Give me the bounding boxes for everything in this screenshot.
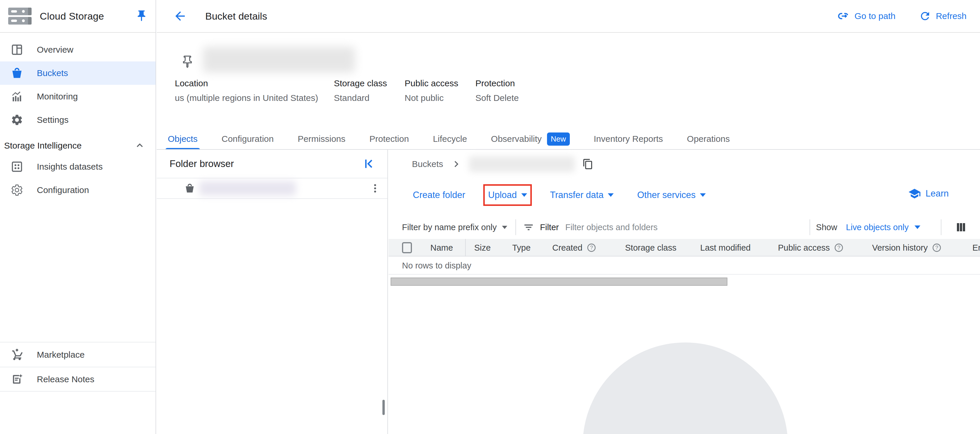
back-arrow-icon[interactable] bbox=[173, 9, 187, 23]
go-to-path-icon bbox=[838, 10, 850, 22]
bucket-name-redacted bbox=[469, 156, 575, 172]
upload-button[interactable]: Upload bbox=[488, 190, 527, 200]
column-encryption-truncated[interactable]: Er bbox=[972, 239, 980, 257]
copy-icon[interactable] bbox=[582, 158, 593, 170]
sidebar-item-insights-datasets[interactable]: Insights datasets bbox=[0, 155, 156, 179]
show-objects-dropdown[interactable]: Live objects only bbox=[846, 223, 920, 232]
bucket-details-content: Location us (multiple regions in United … bbox=[157, 34, 980, 434]
filter-bar: Filter by name prefix only Filter Show bbox=[388, 216, 967, 239]
dropdown-caret-icon bbox=[521, 193, 527, 197]
column-label: Created bbox=[552, 239, 582, 257]
tab-configuration[interactable]: Configuration bbox=[222, 128, 274, 150]
insights-datasets-icon bbox=[11, 160, 23, 173]
sidebar-nav: Overview Buckets Monitoring bbox=[0, 33, 156, 202]
filter-objects-input[interactable] bbox=[565, 223, 717, 232]
page-title: Bucket details bbox=[205, 11, 267, 22]
column-label: Public access bbox=[778, 239, 830, 257]
tab-label: Inventory Reports bbox=[594, 134, 663, 144]
sidebar-item-overview[interactable]: Overview bbox=[0, 38, 156, 61]
bucket-icon bbox=[184, 183, 195, 194]
help-icon[interactable]: ? bbox=[834, 243, 844, 253]
refresh-button[interactable]: Refresh bbox=[919, 10, 967, 22]
bucket-pin-icon[interactable] bbox=[181, 55, 194, 69]
sidebar-item-release-notes[interactable]: Release Notes bbox=[0, 367, 156, 392]
sidebar-item-label: Configuration bbox=[37, 185, 89, 195]
column-last-modified[interactable]: Last modified bbox=[700, 239, 751, 257]
help-icon[interactable]: ? bbox=[932, 243, 942, 253]
tab-permissions[interactable]: Permissions bbox=[298, 128, 345, 150]
graduation-cap-icon bbox=[908, 187, 921, 200]
column-size[interactable]: Size bbox=[474, 239, 491, 257]
meta-public-access: Public access Not public bbox=[405, 78, 458, 103]
dropdown-caret-icon bbox=[915, 225, 920, 229]
sidebar-item-settings[interactable]: Settings bbox=[0, 108, 156, 132]
sidebar-item-configuration[interactable]: Configuration bbox=[0, 179, 156, 202]
other-services-button[interactable]: Other services bbox=[637, 190, 706, 200]
sidebar: Cloud Storage Overview bbox=[0, 0, 156, 434]
create-folder-button[interactable]: Create folder bbox=[413, 190, 465, 200]
empty-table-message: No rows to display bbox=[388, 257, 980, 274]
sidebar-section-storage-intelligence[interactable]: Storage Intelligence bbox=[0, 136, 156, 155]
learn-button[interactable]: Learn bbox=[908, 187, 949, 200]
chevron-right-icon bbox=[452, 160, 461, 169]
svg-text:?: ? bbox=[590, 244, 593, 251]
svg-text:?: ? bbox=[935, 244, 938, 251]
tab-operations[interactable]: Operations bbox=[687, 128, 730, 150]
objects-list-pane: Buckets Create folder bbox=[388, 150, 980, 434]
transfer-data-label: Transfer data bbox=[550, 190, 603, 200]
horizontal-scrollbar-thumb[interactable] bbox=[391, 278, 727, 286]
more-vert-icon[interactable] bbox=[369, 182, 381, 194]
tab-observability[interactable]: Observability New bbox=[491, 128, 570, 150]
column-created[interactable]: Created ? bbox=[552, 239, 597, 257]
help-icon[interactable]: ? bbox=[587, 243, 597, 253]
column-name[interactable]: Name bbox=[430, 239, 453, 257]
meta-label: Protection bbox=[476, 78, 519, 88]
show-label: Show bbox=[816, 223, 837, 232]
monitoring-icon bbox=[11, 90, 23, 103]
tab-label: Operations bbox=[687, 134, 730, 144]
column-public-access[interactable]: Public access ? bbox=[778, 239, 844, 257]
tab-label: Protection bbox=[369, 134, 409, 144]
column-type[interactable]: Type bbox=[512, 239, 531, 257]
select-all-checkbox[interactable] bbox=[402, 242, 412, 253]
tab-protection[interactable]: Protection bbox=[369, 128, 409, 150]
product-header: Cloud Storage bbox=[0, 0, 156, 33]
breadcrumb-buckets-link[interactable]: Buckets bbox=[412, 159, 443, 169]
column-storage-class[interactable]: Storage class bbox=[625, 239, 676, 257]
filter-scope-dropdown[interactable]: Filter by name prefix only bbox=[402, 223, 507, 232]
tab-label: Observability bbox=[491, 134, 541, 144]
meta-protection: Protection Soft Delete bbox=[476, 78, 519, 103]
tab-objects[interactable]: Objects bbox=[168, 128, 198, 150]
meta-label: Storage class bbox=[334, 78, 387, 88]
tab-inventory-reports[interactable]: Inventory Reports bbox=[594, 128, 663, 150]
overview-icon bbox=[11, 43, 23, 56]
sidebar-item-marketplace[interactable]: Marketplace bbox=[0, 342, 156, 367]
filter-list-icon bbox=[523, 222, 534, 233]
transfer-data-button[interactable]: Transfer data bbox=[550, 190, 614, 200]
tab-label: Lifecycle bbox=[433, 134, 467, 144]
gear-icon bbox=[11, 113, 23, 126]
folder-tree-bucket-row[interactable] bbox=[157, 178, 387, 199]
meta-location: Location us (multiple regions in United … bbox=[175, 78, 318, 103]
column-version-history[interactable]: Version history ? bbox=[872, 239, 942, 257]
tab-label: Permissions bbox=[298, 134, 345, 144]
refresh-icon bbox=[919, 10, 931, 22]
vertical-scrollbar-thumb[interactable] bbox=[382, 400, 385, 415]
tab-lifecycle[interactable]: Lifecycle bbox=[433, 128, 467, 150]
chevron-up-icon bbox=[135, 140, 145, 151]
column-display-options-icon[interactable] bbox=[955, 221, 967, 233]
bucket-name-redacted bbox=[203, 47, 355, 73]
go-to-path-button[interactable]: Go to path bbox=[838, 10, 896, 22]
filter-scope-label: Filter by name prefix only bbox=[402, 223, 497, 232]
marketplace-cart-icon bbox=[11, 348, 23, 361]
topbar-links: Go to path Refresh bbox=[838, 10, 967, 22]
pin-icon[interactable] bbox=[135, 10, 148, 22]
sidebar-item-monitoring[interactable]: Monitoring bbox=[0, 85, 156, 108]
gear-outline-icon bbox=[11, 183, 23, 196]
sidebar-item-buckets[interactable]: Buckets bbox=[0, 61, 156, 85]
topbar: Bucket details Go to path bbox=[157, 0, 980, 33]
collapse-panel-icon[interactable] bbox=[362, 157, 376, 171]
objects-tab-panel: Folder browser bbox=[157, 150, 980, 434]
tab-label: Configuration bbox=[222, 134, 274, 144]
footer-item-label: Marketplace bbox=[37, 350, 84, 360]
